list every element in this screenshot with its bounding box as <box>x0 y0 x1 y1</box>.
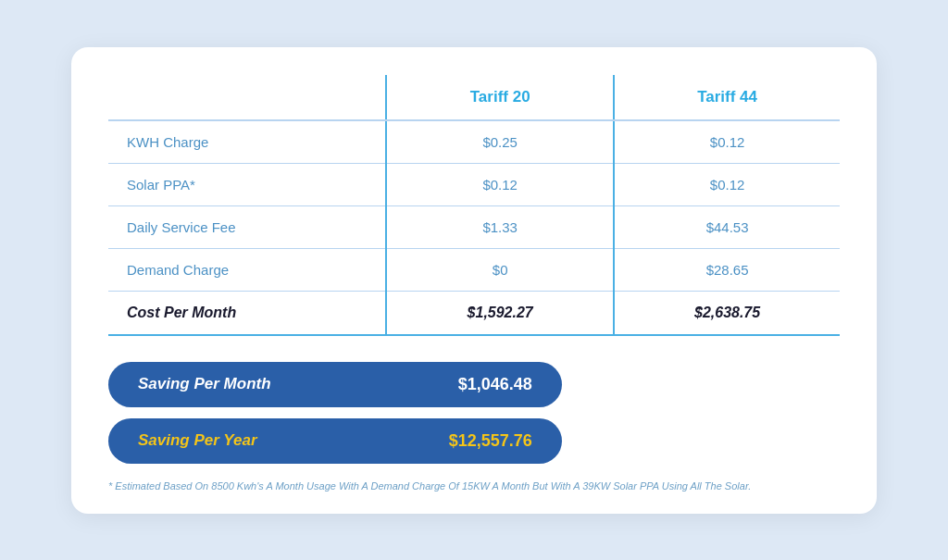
saving-per-month-bar: Saving Per Month $1,046.48 <box>108 362 562 407</box>
savings-section: Saving Per Month $1,046.48 Saving Per Ye… <box>108 362 840 464</box>
table-row: Demand Charge$0$28.65 <box>108 248 840 291</box>
col-charge-header <box>108 75 386 120</box>
row-tariff20: $1,592.27 <box>386 291 614 335</box>
row-tariff44: $0.12 <box>614 163 840 205</box>
saving-per-month-label: Saving Per Month <box>138 375 458 393</box>
saving-per-year-label: Saving Per Year <box>138 431 449 450</box>
row-tariff44: $44.53 <box>614 205 840 248</box>
col-tariff44-header: Tariff 44 <box>614 75 840 120</box>
row-label: Solar PPA* <box>108 163 386 205</box>
table-row: Cost Per Month$1,592.27$2,638.75 <box>108 291 840 335</box>
row-tariff44: $2,638.75 <box>614 291 840 335</box>
table-row: KWH Charge$0.25$0.12 <box>108 120 840 164</box>
row-tariff20: $0.12 <box>386 163 614 205</box>
row-tariff20: $1.33 <box>386 205 614 248</box>
row-label: Cost Per Month <box>108 291 386 335</box>
saving-per-year-value: $12,557.76 <box>449 431 532 451</box>
row-tariff20: $0 <box>386 248 614 291</box>
row-label: Demand Charge <box>108 248 386 291</box>
col-tariff20-header: Tariff 20 <box>386 75 614 120</box>
row-label: Daily Service Fee <box>108 205 386 248</box>
row-tariff44: $28.65 <box>614 248 840 291</box>
table-row: Solar PPA*$0.12$0.12 <box>108 163 840 205</box>
row-tariff44: $0.12 <box>614 120 840 164</box>
table-row: Daily Service Fee$1.33$44.53 <box>108 205 840 248</box>
pricing-card: Tariff 20 Tariff 44 KWH Charge$0.25$0.12… <box>71 47 877 514</box>
pricing-table: Tariff 20 Tariff 44 KWH Charge$0.25$0.12… <box>108 75 840 336</box>
saving-per-year-bar: Saving Per Year $12,557.76 <box>108 418 562 464</box>
row-label: KWH Charge <box>108 120 386 164</box>
footnote-text: * Estimated Based On 8500 Kwh's A Month … <box>108 480 840 492</box>
saving-per-month-value: $1,046.48 <box>458 375 532 394</box>
row-tariff20: $0.25 <box>386 120 614 164</box>
